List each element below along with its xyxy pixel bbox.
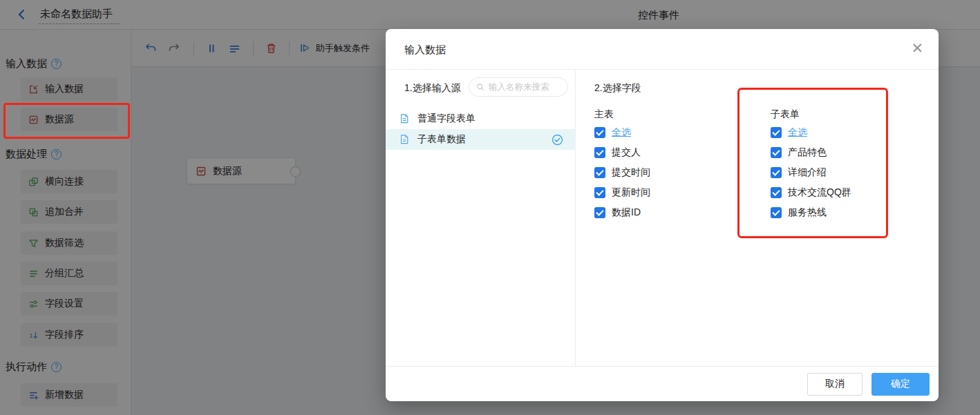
modal-body: 1.选择输入源 普通字段表单 子表单数据 2.选择字段 主表 bbox=[386, 70, 939, 366]
group-title: 主表 bbox=[594, 108, 650, 121]
checkbox-checked-icon[interactable] bbox=[594, 187, 605, 198]
checkbox-checked-icon[interactable] bbox=[594, 147, 605, 158]
form-doc-icon bbox=[399, 113, 409, 124]
confirm-button[interactable]: 确定 bbox=[871, 373, 930, 396]
step1-label: 1.选择输入源 bbox=[404, 82, 461, 95]
selected-check-icon bbox=[552, 134, 563, 148]
checkbox-checked-icon[interactable] bbox=[594, 167, 605, 178]
checkbox-checked-icon[interactable] bbox=[771, 207, 782, 218]
checkbox-checked-icon[interactable] bbox=[771, 167, 782, 178]
cancel-button[interactable]: 取消 bbox=[807, 373, 863, 396]
search-icon bbox=[476, 82, 484, 92]
field-checkbox-select-all[interactable]: 全选 bbox=[594, 126, 650, 139]
field-checkbox[interactable]: 技术交流QQ群 bbox=[771, 186, 851, 199]
modal-title: 输入数据 bbox=[404, 29, 446, 70]
source-item-subform-data[interactable]: 子表单数据 bbox=[386, 129, 576, 150]
field-checkbox[interactable]: 提交人 bbox=[594, 146, 650, 159]
source-item-normal-form[interactable]: 普通字段表单 bbox=[386, 108, 576, 129]
checkbox-checked-icon[interactable] bbox=[771, 187, 782, 198]
field-checkbox[interactable]: 更新时间 bbox=[594, 186, 650, 199]
field-checkbox[interactable]: 数据ID bbox=[594, 206, 650, 219]
field-checkbox[interactable]: 产品特色 bbox=[771, 146, 851, 159]
field-checkbox[interactable]: 提交时间 bbox=[594, 166, 650, 179]
checkbox-checked-icon[interactable] bbox=[771, 127, 782, 138]
checkbox-checked-icon[interactable] bbox=[594, 127, 605, 138]
field-checkbox-select-all[interactable]: 全选 bbox=[771, 126, 851, 139]
field-group-main-table: 主表 全选 提交人 提交时间 更新时间 数据ID bbox=[594, 108, 650, 226]
field-checkbox[interactable]: 服务热线 bbox=[771, 206, 851, 219]
source-search[interactable] bbox=[469, 77, 568, 97]
group-title: 子表单 bbox=[771, 108, 851, 121]
step2-label: 2.选择字段 bbox=[594, 82, 641, 95]
field-group-subform: 子表单 全选 产品特色 详细介绍 技术交流QQ群 服务热线 bbox=[771, 108, 851, 226]
modal-header: 输入数据 ✕ bbox=[386, 29, 939, 70]
field-checkbox[interactable]: 详细介绍 bbox=[771, 166, 851, 179]
checkbox-checked-icon[interactable] bbox=[594, 207, 605, 218]
input-data-modal: 输入数据 ✕ 1.选择输入源 普通字段表单 子表单数据 2.选择字段 bbox=[386, 29, 939, 401]
close-icon[interactable]: ✕ bbox=[911, 41, 923, 55]
modal-footer: 取消 确定 bbox=[386, 366, 939, 401]
search-input[interactable] bbox=[489, 82, 560, 92]
source-panel: 1.选择输入源 普通字段表单 子表单数据 bbox=[386, 70, 576, 366]
form-doc-icon bbox=[399, 134, 409, 145]
checkbox-checked-icon[interactable] bbox=[771, 147, 782, 158]
